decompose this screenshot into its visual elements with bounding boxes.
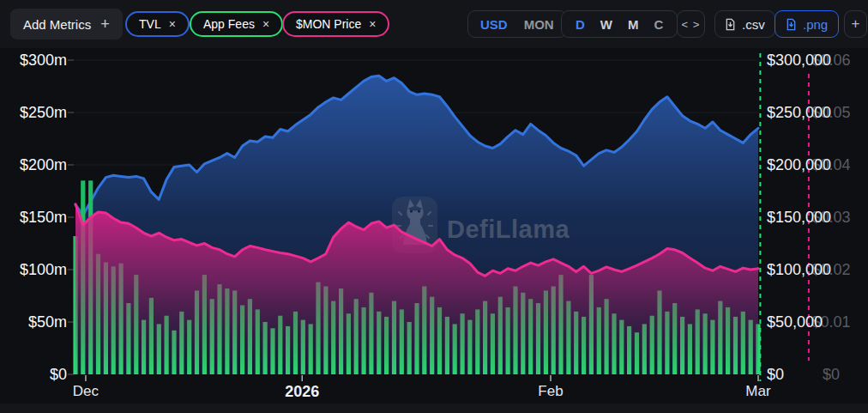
close-icon[interactable]: × bbox=[262, 17, 269, 31]
y-axis-label-left: $250m bbox=[0, 103, 67, 122]
metric-pill-app-fees[interactable]: App Fees × bbox=[190, 11, 283, 37]
metric-pill-tvl[interactable]: TVL × bbox=[125, 11, 190, 37]
x-axis-label: 2026 bbox=[268, 383, 336, 401]
y-axis-label-left: $200m bbox=[0, 155, 67, 174]
download-file-icon bbox=[725, 18, 736, 31]
y-axis-label-fees: $200,000 bbox=[767, 155, 863, 174]
y-axis-label-left: $50m bbox=[0, 313, 67, 331]
code-brackets-icon: < > bbox=[682, 18, 701, 31]
download-png-button[interactable]: .png bbox=[775, 10, 839, 38]
y-axis-label-fees: $150,000 bbox=[767, 208, 863, 227]
add-panel-button[interactable]: + bbox=[844, 10, 867, 38]
y-axis-label-left: $0 bbox=[0, 365, 67, 384]
interval-option-monthly[interactable]: M bbox=[628, 17, 639, 32]
y-axis-label-left: $100m bbox=[0, 260, 67, 279]
interval-option-weekly[interactable]: W bbox=[600, 17, 612, 32]
png-button-label: .png bbox=[803, 17, 828, 32]
x-axis-label: Mar bbox=[724, 383, 793, 400]
plus-icon: + bbox=[100, 15, 110, 33]
y-axis-label-left: $150m bbox=[0, 208, 67, 227]
close-icon[interactable]: × bbox=[369, 17, 376, 31]
y-axis-label-fees: $0 bbox=[767, 365, 863, 384]
chart-toolbar: Add Metrics + TVL × App Fees × $MON Pric… bbox=[0, 0, 868, 48]
metric-pill-mon-price[interactable]: $MON Price × bbox=[282, 11, 389, 37]
interval-option-cumulative[interactable]: C bbox=[654, 17, 664, 32]
download-file-icon bbox=[786, 18, 797, 31]
y-axis-label-left: $300m bbox=[0, 51, 67, 70]
currency-option-usd[interactable]: USD bbox=[480, 17, 508, 32]
interval-option-daily[interactable]: D bbox=[576, 17, 585, 32]
embed-code-button[interactable]: < > bbox=[677, 10, 705, 38]
x-axis-label: Dec bbox=[51, 383, 120, 400]
metric-pill-label: $MON Price bbox=[296, 17, 361, 31]
csv-button-label: .csv bbox=[742, 17, 765, 32]
interval-toggle: D W M C bbox=[561, 10, 678, 38]
x-axis-label: Feb bbox=[516, 383, 585, 400]
metric-pill-label: App Fees bbox=[203, 17, 255, 31]
add-metrics-label: Add Metrics bbox=[23, 17, 91, 32]
close-icon[interactable]: × bbox=[169, 17, 176, 31]
defillama-chart-app: DefiLlama Add Metrics + TVL × App Fees ×… bbox=[0, 0, 868, 413]
defillama-watermark-text: DefiLlama bbox=[447, 216, 570, 243]
y-axis-label-fees: $50,000 bbox=[767, 313, 863, 331]
plus-icon: + bbox=[852, 15, 860, 33]
y-axis-label-fees: $100,000 bbox=[767, 260, 863, 279]
y-axis-label-fees: $300,000 bbox=[767, 51, 863, 70]
download-csv-button[interactable]: .csv bbox=[714, 10, 775, 38]
currency-toggle: USD MON bbox=[467, 10, 567, 38]
footer-strip bbox=[0, 404, 868, 413]
add-metrics-button[interactable]: Add Metrics + bbox=[10, 9, 123, 39]
y-axis-label-fees: $250,000 bbox=[767, 103, 863, 122]
metric-pill-label: TVL bbox=[139, 17, 161, 31]
chart-canvas[interactable]: DefiLlama bbox=[0, 0, 868, 413]
currency-option-mon[interactable]: MON bbox=[524, 17, 554, 32]
